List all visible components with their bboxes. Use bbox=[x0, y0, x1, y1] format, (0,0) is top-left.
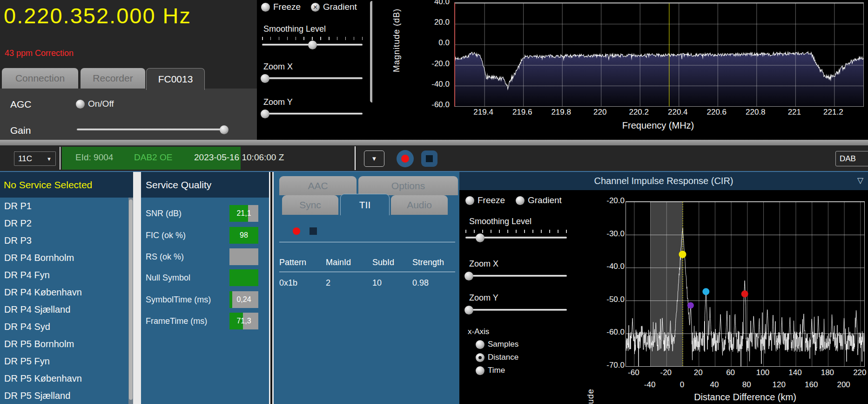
cir-xaxis-option-label: Distance bbox=[488, 353, 518, 362]
splitter-quality-tii-a[interactable] bbox=[269, 172, 270, 404]
cir-smoothing-thumb[interactable] bbox=[476, 233, 484, 242]
service-list-item[interactable]: DR P4 Syd bbox=[0, 318, 129, 336]
gain-slider[interactable] bbox=[77, 125, 227, 134]
cir-zoomx-thumb[interactable] bbox=[464, 272, 473, 281]
axis-tick-label: 219.4 bbox=[473, 108, 493, 117]
axis-tick-label: 80 bbox=[742, 380, 751, 390]
horizontal-splitter[interactable] bbox=[0, 140, 868, 145]
cir-zoomx-slider[interactable] bbox=[465, 271, 567, 281]
axis-tick-label: 20 bbox=[694, 368, 703, 377]
stop-button[interactable] bbox=[421, 151, 437, 167]
cir-plot-canvas[interactable] bbox=[626, 202, 864, 366]
spectrum-zoomy-track bbox=[262, 113, 363, 115]
cir-freeze-radio[interactable] bbox=[465, 196, 474, 205]
axis-tick-label: 20.0 bbox=[417, 18, 450, 27]
service-list-item[interactable]: DR P4 Sjælland bbox=[0, 301, 129, 318]
axis-tick-label: 60 bbox=[726, 368, 735, 377]
gain-label: Gain bbox=[10, 125, 31, 136]
service-list-scrollbar-thumb[interactable] bbox=[129, 199, 133, 400]
axis-tick-label: -20.0 bbox=[417, 59, 450, 68]
tii-table-header: SubId bbox=[372, 258, 394, 267]
quality-row-label: SymbolTime (ms) bbox=[146, 295, 211, 305]
output-dropdown-button[interactable]: ▼ bbox=[364, 151, 384, 167]
quality-row-label: FrameTime (ms) bbox=[146, 316, 207, 326]
service-list-item[interactable]: DR P5 Sjælland bbox=[0, 387, 129, 404]
cir-xaxis-radio-time[interactable] bbox=[476, 366, 484, 375]
gain-slider-thumb[interactable] bbox=[220, 125, 229, 134]
cir-zoomy-slider[interactable] bbox=[465, 305, 567, 315]
service-list-item[interactable]: DR P1 bbox=[0, 198, 129, 215]
axis-tick-label: 0 bbox=[680, 380, 684, 390]
spectrum-smoothing-ticks bbox=[262, 37, 363, 40]
agc-label: AGC bbox=[10, 99, 32, 110]
spectrum-gradient-radio[interactable] bbox=[311, 3, 320, 12]
service-list-item[interactable]: DR P2 bbox=[0, 215, 129, 232]
service-list-item[interactable]: DR P5 Bornholm bbox=[0, 336, 129, 353]
splitter-services-quality[interactable] bbox=[133, 172, 141, 404]
axis-tick-label: 200 bbox=[837, 380, 850, 390]
ensemble-eid: EId: 9004 bbox=[75, 152, 113, 163]
cir-smoothing-label: Smoothing Level bbox=[469, 217, 532, 226]
tii-panel: AAC Options Sync TII Audio PatternMainId… bbox=[274, 172, 459, 404]
cir-gradient-radio[interactable] bbox=[516, 196, 525, 205]
tab-connection[interactable]: Connection bbox=[2, 68, 78, 89]
axis-tick-label: 180 bbox=[821, 368, 834, 377]
service-list-item[interactable]: DR P4 København bbox=[0, 284, 129, 301]
service-list-item[interactable]: DR P4 Fyn bbox=[0, 267, 129, 284]
axis-tick-label: -60.0 bbox=[417, 100, 450, 110]
quality-row-label: RS (ok %) bbox=[146, 252, 184, 262]
axis-tick-label: -20 bbox=[660, 368, 672, 377]
service-list-item[interactable]: DR P3 bbox=[0, 232, 129, 249]
tuner-tab-content: AGC On/Off Gain bbox=[0, 89, 257, 140]
cir-zoomy-label: Zoom Y bbox=[469, 293, 498, 303]
tii-record-indicator-icon[interactable] bbox=[293, 227, 300, 235]
axis-tick-label: -60 bbox=[628, 368, 639, 377]
channel-combobox[interactable]: 11C ▼ bbox=[14, 151, 56, 166]
cir-zoomy-thumb[interactable] bbox=[464, 306, 473, 315]
spectrum-zoomx-slider[interactable] bbox=[262, 74, 363, 83]
spectrum-freeze-radio[interactable] bbox=[261, 3, 270, 12]
tab-audio[interactable]: Audio bbox=[391, 195, 448, 215]
spectrum-controls-panel: Freeze Gradient Smoothing Level Zoom X Z… bbox=[257, 0, 372, 140]
ensemble-name: DAB2 OE bbox=[134, 152, 172, 163]
cir-ylabel: Magnitude (dB) bbox=[586, 389, 606, 404]
tab-recorder[interactable]: Recorder bbox=[81, 68, 145, 89]
cir-gradient-label: Gradient bbox=[528, 195, 562, 205]
axis-tick-label: 220.8 bbox=[746, 108, 766, 117]
spectrum-zoomx-thumb[interactable] bbox=[261, 74, 269, 83]
axis-tick-label: 220.2 bbox=[629, 108, 649, 117]
spectrum-smoothing-slider[interactable] bbox=[262, 40, 363, 49]
axis-tick-label: -30.0 bbox=[592, 229, 625, 239]
spectrum-zoomy-thumb[interactable] bbox=[261, 110, 269, 118]
tab-aac[interactable]: AAC bbox=[279, 176, 357, 195]
spectrum-zoomy-slider[interactable] bbox=[262, 109, 363, 118]
service-list-item[interactable]: DR P5 Fyn bbox=[0, 353, 129, 370]
tab-tii[interactable]: TII bbox=[340, 194, 390, 215]
cir-collapse-icon[interactable]: ▽ bbox=[857, 176, 863, 185]
status-bar: 11C ▼ EId: 9004 DAB2 OE 2023-05-16 10:06… bbox=[0, 145, 868, 171]
band-combobox[interactable]: DAB ▼ bbox=[835, 151, 868, 166]
tab-options[interactable]: Options bbox=[358, 176, 458, 195]
cir-xaxis-radio-distance[interactable] bbox=[476, 353, 484, 362]
cir-xaxis-radio-samples[interactable] bbox=[476, 340, 484, 349]
axis-tick-label: 40.0 bbox=[417, 0, 450, 7]
axis-tick-label: -40.0 bbox=[592, 262, 625, 271]
tii-table-cell: 0x1b bbox=[279, 278, 297, 288]
quality-row-label: SNR (dB) bbox=[146, 209, 182, 219]
agc-radio[interactable] bbox=[76, 100, 85, 109]
tab-fc0013[interactable]: FC0013 bbox=[146, 68, 205, 90]
tab-sync[interactable]: Sync bbox=[282, 195, 338, 215]
output-dropdown-caret-icon: ▼ bbox=[371, 155, 377, 162]
service-list-item[interactable]: DR P4 Bornholm bbox=[0, 249, 129, 267]
spectrum-smoothing-thumb[interactable] bbox=[308, 41, 317, 49]
axis-tick-label: 100 bbox=[756, 368, 769, 377]
service-list-item[interactable]: DR P5 København bbox=[0, 370, 129, 387]
record-button[interactable] bbox=[397, 150, 414, 167]
record-icon bbox=[401, 155, 409, 163]
axis-tick-label: -60.0 bbox=[592, 328, 625, 337]
statusbar-divider-left bbox=[60, 147, 61, 170]
spectrum-zoomx-track bbox=[262, 77, 363, 79]
spectrum-plot-canvas[interactable] bbox=[455, 3, 863, 106]
tii-stop-indicator-icon[interactable] bbox=[310, 227, 317, 235]
cir-smoothing-slider[interactable] bbox=[465, 233, 567, 242]
